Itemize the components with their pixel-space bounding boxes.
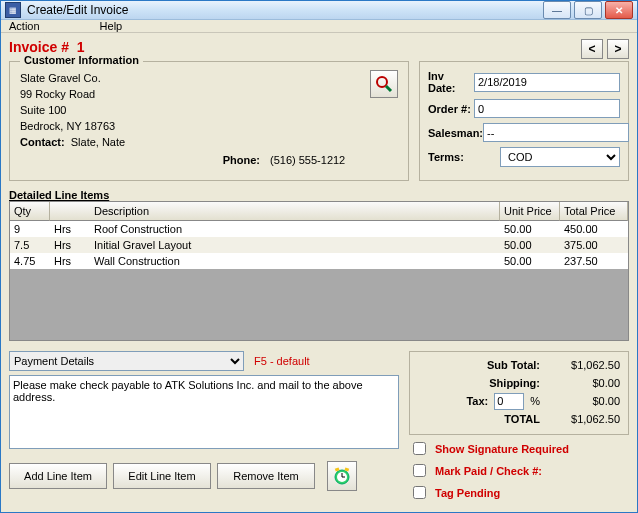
terms-label: Terms: [428,151,500,163]
invoice-number: 1 [77,39,85,55]
customer-addr2: Suite 100 [20,102,362,118]
check-tag-box[interactable] [413,486,426,499]
customer-name: Slate Gravel Co. [20,70,362,86]
app-window: ▦ Create/Edit Invoice — ▢ ✕ Action Help … [0,0,638,513]
svg-line-1 [386,86,391,91]
col-total-price[interactable]: Total Price [560,202,628,221]
close-button[interactable]: ✕ [605,1,633,19]
app-icon: ▦ [5,2,21,18]
col-desc[interactable]: Description [50,202,500,221]
menu-action[interactable]: Action [9,20,40,32]
check-paid[interactable]: Mark Paid / Check #: [409,461,629,480]
tax-label: Tax: [466,395,488,407]
salesman-label: Salesman: [428,127,483,139]
subtotal-label: Sub Total: [487,359,540,371]
window-title: Create/Edit Invoice [27,3,543,17]
total-value: $1,062.50 [546,413,620,425]
edit-line-button[interactable]: Edit Line Item [113,463,211,489]
payment-text[interactable] [9,375,399,449]
check-paid-box[interactable] [413,464,426,477]
phone-value: (516) 555-1212 [270,154,345,166]
order-label: Order #: [428,103,474,115]
check-tag[interactable]: Tag Pending [409,483,629,502]
table-row[interactable]: 9HrsRoof Construction50.00450.00 [10,221,628,237]
add-line-button[interactable]: Add Line Item [9,463,107,489]
subtotal-value: $1,062.50 [546,359,620,371]
contact-value: Slate, Nate [71,136,125,148]
table-row[interactable]: 7.5HrsInitial Gravel Layout50.00375.00 [10,237,628,253]
magnifier-icon [375,75,393,93]
total-label: TOTAL [504,413,540,425]
f5-hint: F5 - default [254,355,310,367]
maximize-button[interactable]: ▢ [574,1,602,19]
inv-date-input[interactable] [474,73,620,92]
customer-group: Customer Information Slate Gravel Co. 99… [9,61,409,181]
salesman-input[interactable] [483,123,629,142]
terms-select[interactable]: COD [500,147,620,167]
titlebar[interactable]: ▦ Create/Edit Invoice — ▢ ✕ [1,1,637,20]
pct-sign: % [530,395,540,407]
totals-box: Sub Total: $1,062.50 Shipping: $0.00 Tax… [409,351,629,435]
svg-point-0 [377,77,387,87]
customer-addr1: 99 Rocky Road [20,86,362,102]
prev-button[interactable]: < [581,39,603,59]
shipping-label: Shipping: [489,377,540,389]
order-input[interactable] [474,99,620,118]
alarm-clock-icon [331,465,353,487]
invoice-fields: Inv Date: Order #: Salesman: Terms: COD [419,61,629,181]
tax-value: $0.00 [546,395,620,407]
menubar: Action Help [1,20,637,33]
check-signature-box[interactable] [413,442,426,455]
customer-citystate: Bedrock, NY 18763 [20,118,362,134]
line-items-grid: Qty Description Unit Price Total Price 9… [9,201,629,341]
contact-label: Contact: [20,136,65,148]
col-unit-price[interactable]: Unit Price [500,202,560,221]
tax-pct-input[interactable] [494,393,524,410]
check-signature[interactable]: Show Signature Required [409,439,629,458]
shipping-value: $0.00 [546,377,620,389]
customer-legend: Customer Information [20,54,143,66]
next-button[interactable]: > [607,39,629,59]
table-row[interactable]: 4.75HrsWall Construction50.00237.50 [10,253,628,269]
timer-button[interactable] [327,461,357,491]
phone-label: Phone: [223,154,260,166]
inv-date-label: Inv Date: [428,70,474,94]
minimize-button[interactable]: — [543,1,571,19]
invoice-label: Invoice # [9,39,69,55]
line-items-label: Detailed Line Items [9,189,629,201]
search-customer-button[interactable] [370,70,398,98]
col-qty[interactable]: Qty [10,202,50,221]
payment-select[interactable]: Payment Details [9,351,244,371]
remove-line-button[interactable]: Remove Item [217,463,315,489]
menu-help[interactable]: Help [100,20,123,32]
